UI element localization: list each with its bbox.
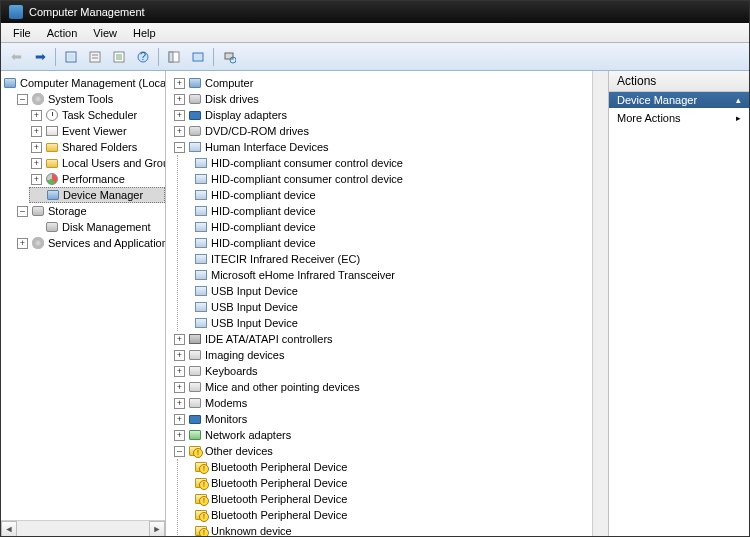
- actions-group-device-manager[interactable]: Device Manager ▴: [609, 92, 749, 108]
- refresh-button[interactable]: [187, 46, 209, 68]
- expand-icon[interactable]: +: [17, 238, 28, 249]
- show-hide-button[interactable]: [163, 46, 185, 68]
- dev-hid-item[interactable]: HID-compliant device: [192, 203, 608, 219]
- horizontal-scrollbar[interactable]: ◄ ►: [1, 520, 165, 536]
- dev-hid-item[interactable]: HID-compliant consumer control device: [192, 171, 608, 187]
- tree-task-scheduler[interactable]: +Task Scheduler: [29, 107, 165, 123]
- tree-performance[interactable]: +Performance: [29, 171, 165, 187]
- expand-icon[interactable]: +: [174, 414, 185, 425]
- dev-hid-item[interactable]: ITECIR Infrared Receiver (EC): [192, 251, 608, 267]
- dev-other-item[interactable]: Unknown device: [192, 523, 608, 536]
- dev-hid-item[interactable]: USB Input Device: [192, 283, 608, 299]
- actions-header: Actions: [609, 71, 749, 92]
- expand-icon[interactable]: +: [31, 174, 42, 185]
- forward-button[interactable]: ➡: [29, 46, 51, 68]
- tree-event-viewer[interactable]: +Event Viewer: [29, 123, 165, 139]
- expand-icon[interactable]: +: [174, 430, 185, 441]
- back-button[interactable]: ⬅: [5, 46, 27, 68]
- help-button[interactable]: ?: [132, 46, 154, 68]
- dev-network[interactable]: +Network adapters: [172, 427, 608, 443]
- collapse-icon[interactable]: –: [17, 94, 28, 105]
- actions-pane: Actions Device Manager ▴ More Actions ▸: [609, 71, 749, 536]
- dev-other-item[interactable]: Bluetooth Peripheral Device: [192, 459, 608, 475]
- tree-local-users[interactable]: +Local Users and Group: [29, 155, 165, 171]
- dev-hid-item[interactable]: USB Input Device: [192, 299, 608, 315]
- collapse-icon[interactable]: –: [174, 142, 185, 153]
- dev-other-item[interactable]: Bluetooth Peripheral Device: [192, 475, 608, 491]
- dev-other[interactable]: –Other devices: [172, 443, 608, 459]
- scroll-right-button[interactable]: ►: [149, 521, 165, 536]
- expand-icon[interactable]: +: [174, 350, 185, 361]
- expand-icon[interactable]: +: [174, 366, 185, 377]
- dev-dvd[interactable]: +DVD/CD-ROM drives: [172, 123, 608, 139]
- dev-keyboards[interactable]: +Keyboards: [172, 363, 608, 379]
- dev-hid-item[interactable]: Microsoft eHome Infrared Transceiver: [192, 267, 608, 283]
- imaging-icon: [188, 348, 202, 362]
- collapse-icon[interactable]: –: [17, 206, 28, 217]
- menu-file[interactable]: File: [5, 25, 39, 41]
- device-manager-pane: +Computer +Disk drives +Display adapters…: [166, 71, 609, 536]
- dev-display-adapters[interactable]: +Display adapters: [172, 107, 608, 123]
- up-button[interactable]: [60, 46, 82, 68]
- expand-icon[interactable]: +: [31, 126, 42, 137]
- expand-icon[interactable]: +: [31, 142, 42, 153]
- menu-view[interactable]: View: [85, 25, 125, 41]
- expand-icon[interactable]: +: [174, 78, 185, 89]
- tree-root-computer-management[interactable]: Computer Management (Local: [1, 75, 165, 91]
- dev-other-item[interactable]: Bluetooth Peripheral Device: [192, 507, 608, 523]
- tree-services-apps[interactable]: +Services and Applications: [15, 235, 165, 251]
- unknown-device-icon: [194, 460, 208, 474]
- dev-hid-item[interactable]: HID-compliant device: [192, 235, 608, 251]
- tree-storage[interactable]: –Storage: [15, 203, 165, 219]
- menu-action[interactable]: Action: [39, 25, 86, 41]
- expand-icon[interactable]: +: [174, 398, 185, 409]
- title-bar[interactable]: Computer Management: [1, 1, 749, 23]
- tree-device-manager[interactable]: Device Manager: [29, 187, 165, 203]
- dev-hid-item[interactable]: HID-compliant device: [192, 219, 608, 235]
- actions-more-actions[interactable]: More Actions ▸: [609, 108, 749, 128]
- menu-help[interactable]: Help: [125, 25, 164, 41]
- shared-folders-icon: [45, 140, 59, 154]
- main-body: Computer Management (Local – System Tool…: [1, 71, 749, 536]
- dvd-icon: [188, 124, 202, 138]
- network-icon: [188, 428, 202, 442]
- expand-icon[interactable]: +: [31, 158, 42, 169]
- computer-management-window: Computer Management File Action View Hel…: [0, 0, 750, 537]
- dev-computer[interactable]: +Computer: [172, 75, 608, 91]
- other-devices-icon: [188, 444, 202, 458]
- dev-hid[interactable]: –Human Interface Devices: [172, 139, 608, 155]
- window-title: Computer Management: [29, 6, 145, 18]
- svg-rect-14: [225, 53, 233, 59]
- properties-button[interactable]: [84, 46, 106, 68]
- hid-device-icon: [194, 316, 208, 330]
- collapse-icon[interactable]: –: [174, 446, 185, 457]
- expand-icon[interactable]: +: [174, 382, 185, 393]
- dev-hid-item[interactable]: HID-compliant device: [192, 187, 608, 203]
- dev-ide[interactable]: +IDE ATA/ATAPI controllers: [172, 331, 608, 347]
- dev-disk-drives[interactable]: +Disk drives: [172, 91, 608, 107]
- tree-shared-folders[interactable]: +Shared Folders: [29, 139, 165, 155]
- expand-icon[interactable]: +: [174, 126, 185, 137]
- dev-hid-item[interactable]: HID-compliant consumer control device: [192, 155, 608, 171]
- device-label: HID-compliant device: [211, 189, 316, 201]
- dev-mice[interactable]: +Mice and other pointing devices: [172, 379, 608, 395]
- hid-device-icon: [194, 236, 208, 250]
- dev-monitors[interactable]: +Monitors: [172, 411, 608, 427]
- vertical-scrollbar[interactable]: [592, 71, 608, 536]
- dev-hid-item[interactable]: USB Input Device: [192, 315, 608, 331]
- dev-other-item[interactable]: Bluetooth Peripheral Device: [192, 491, 608, 507]
- dev-imaging[interactable]: +Imaging devices: [172, 347, 608, 363]
- list-button[interactable]: [108, 46, 130, 68]
- device-label: HID-compliant device: [211, 237, 316, 249]
- dev-modems[interactable]: +Modems: [172, 395, 608, 411]
- expand-icon[interactable]: +: [174, 110, 185, 121]
- expand-icon[interactable]: +: [174, 94, 185, 105]
- tree-disk-management[interactable]: Disk Management: [29, 219, 165, 235]
- scan-hardware-button[interactable]: [218, 46, 240, 68]
- tree-system-tools[interactable]: – System Tools: [15, 91, 165, 107]
- expand-icon[interactable]: +: [174, 334, 185, 345]
- unknown-device-icon: [194, 476, 208, 490]
- toolbar-separator: [158, 48, 159, 66]
- expand-icon[interactable]: +: [31, 110, 42, 121]
- scroll-left-button[interactable]: ◄: [1, 521, 17, 536]
